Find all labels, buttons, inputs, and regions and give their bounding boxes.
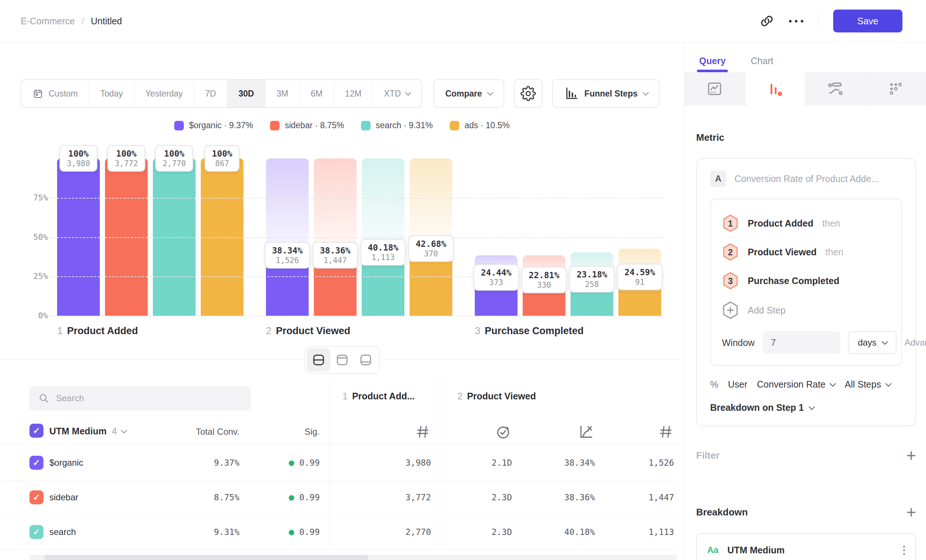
cell-step1_count: 2,770 [346, 527, 431, 537]
metric-step-3[interactable]: 3Purchase Completed [722, 266, 890, 295]
funnel-bar-label: 100%867 [204, 145, 239, 172]
date-range-7d[interactable]: 7D [194, 80, 227, 107]
metric-title[interactable]: Conversion Rate of Product Adde... [734, 174, 879, 184]
kebab-menu-icon[interactable] [903, 546, 905, 555]
calendar-icon [32, 88, 44, 99]
date-range-xtd[interactable]: XTD [372, 80, 421, 107]
more-actions-button[interactable] [789, 20, 803, 23]
share-link-button[interactable] [760, 14, 774, 28]
cell-sig: 0.99 [243, 458, 320, 468]
row-checkbox[interactable]: ✓ [29, 456, 44, 470]
row-checkbox[interactable]: ✓ [29, 525, 44, 539]
layout-chart-only-button[interactable] [330, 348, 354, 372]
gear-icon [520, 86, 536, 101]
trend-chart-icon [706, 80, 723, 97]
legend-item-ads[interactable]: ads · 10.5% [450, 121, 510, 130]
conversion-pct: 24.44% [481, 268, 511, 277]
conversion-count: 3,772 [115, 159, 138, 168]
layout-split-button[interactable] [307, 348, 330, 372]
then-label: then [821, 247, 843, 257]
add-breakdown-button[interactable]: + [906, 504, 916, 521]
tab-query[interactable]: Query [699, 56, 726, 72]
chart-settings-button[interactable] [514, 79, 543, 108]
group-column-label[interactable]: UTM Medium [49, 426, 107, 437]
ellipsis-icon [789, 20, 803, 23]
table-search [29, 386, 250, 410]
legend-label: sidebar · 8.75% [285, 121, 344, 130]
add-filter-button[interactable]: + [906, 447, 916, 464]
report-type-flows[interactable] [805, 72, 866, 105]
step-hexagon-badge: 3 [722, 271, 739, 290]
date-range-custom[interactable]: Custom [21, 80, 89, 107]
conversion-count: 258 [576, 280, 607, 289]
table-row-organic[interactable]: ✓$organic9.37%0.993,9802.1D38.34%1,526 [0, 445, 684, 480]
date-range-3m[interactable]: 3M [265, 80, 300, 107]
sig-column-header[interactable]: Sig. [243, 427, 320, 437]
breakdown-item[interactable]: Aa UTM Medium [696, 533, 916, 560]
measure-entity[interactable]: User [728, 379, 747, 390]
significance-dot [289, 495, 294, 501]
save-button[interactable]: Save [833, 9, 902, 32]
breakdown-on-select[interactable]: Breakdown on Step 1 [710, 402, 902, 413]
report-type-funnel[interactable] [745, 72, 806, 107]
layout-table-only-button[interactable] [354, 348, 378, 372]
funnel-bars-icon [767, 82, 784, 98]
conversion-pct: 23.18% [576, 270, 607, 279]
date-range-30d[interactable]: 30D [227, 80, 265, 107]
funnel-bar-ads-step2[interactable]: 42.68%370 [410, 159, 452, 316]
date-range-yesterday[interactable]: Yesterday [134, 80, 194, 107]
measure-scope-select[interactable]: All Steps [844, 379, 891, 390]
advanced-toggle[interactable]: Advanced [905, 338, 926, 348]
table-row-search[interactable]: ✓search9.31%0.992,7702.3D40.18%1,113 [0, 515, 684, 549]
metric-step-2[interactable]: 2Product Viewedthen [722, 238, 890, 266]
chart-section: CustomTodayYesterday7D30D3M6M12MXTD Comp… [0, 42, 684, 359]
property-type-badge: Aa [707, 545, 719, 555]
select-all-checkbox[interactable]: ✓ [29, 424, 44, 438]
report-type-retention[interactable] [866, 72, 926, 105]
breadcrumb-page[interactable]: Untitled [91, 16, 122, 27]
measure-metric-select[interactable]: Conversion Rate [757, 379, 835, 390]
row-checkbox[interactable]: ✓ [29, 490, 44, 504]
step-name: Purchase Completed [485, 325, 584, 337]
compare-button[interactable]: Compare [434, 79, 504, 108]
cell-step2_count: 1,447 [602, 493, 674, 502]
window-label: Window [722, 338, 755, 348]
date-range-control: CustomTodayYesterday7D30D3M6M12MXTD [21, 79, 422, 108]
row-name: search [49, 527, 76, 537]
legend-item-sidebar[interactable]: sidebar · 8.75% [270, 121, 344, 130]
total-conv-column-header[interactable]: Total Conv. [162, 427, 239, 437]
dots-grid-icon [887, 80, 904, 97]
breadcrumb-project[interactable]: E-Commerce [21, 16, 75, 27]
query-panel: Query Chart [684, 42, 926, 560]
metric-step-name: Product Viewed [748, 247, 817, 257]
table-row-sidebar[interactable]: ✓sidebar8.75%0.993,7722.3D38.36%1,447 [0, 480, 684, 515]
chart-type-button[interactable]: Funnel Steps [552, 79, 660, 108]
report-type-trend[interactable] [684, 72, 745, 105]
search-input[interactable] [56, 393, 242, 403]
funnel-bar-label: 42.68%370 [408, 235, 454, 262]
legend-item-search[interactable]: search · 9.31% [361, 121, 433, 130]
funnel-bar-label: 100%3,772 [107, 145, 145, 172]
date-range-today[interactable]: Today [89, 80, 134, 107]
metric-step-1[interactable]: 1Product Addedthen [722, 209, 890, 238]
table-scrollbar[interactable] [29, 555, 677, 560]
tab-chart[interactable]: Chart [750, 56, 773, 72]
table-step1-header: 1 Product Add... [343, 391, 415, 401]
window-value-input[interactable] [763, 331, 840, 354]
step-hexagon-badge: 2 [722, 243, 739, 261]
chevron-down-icon [487, 89, 493, 96]
date-range-12m[interactable]: 12M [334, 80, 373, 107]
chevron-down-icon [885, 380, 891, 386]
chevron-down-icon[interactable] [121, 427, 127, 433]
date-range-6m[interactable]: 6M [300, 80, 334, 107]
step-axis-label-2: 2Product Viewed [266, 325, 452, 337]
window-unit-select[interactable]: days [848, 331, 897, 354]
legend-item-organic[interactable]: $organic · 9.37% [174, 121, 253, 130]
time-to-convert-icon [495, 424, 511, 440]
chevron-down-icon [643, 89, 649, 96]
header-divider [818, 13, 819, 29]
add-step-button[interactable]: Add Step [722, 295, 890, 322]
conversion-pct: 24.59% [624, 268, 655, 277]
svg-text:2: 2 [728, 248, 733, 257]
chart-legend: $organic · 9.37%sidebar · 8.75%search · … [0, 121, 684, 130]
